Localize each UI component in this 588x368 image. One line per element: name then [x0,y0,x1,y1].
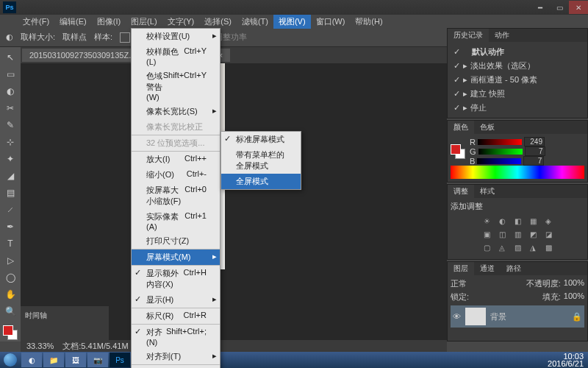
adj-icon[interactable]: ◬ [495,241,509,253]
adj-icon[interactable]: ▣ [480,228,493,240]
spectrum[interactable] [451,166,584,179]
menu-item[interactable]: 放大(I)Ctrl++ [132,151,220,167]
adj-icon[interactable]: ◫ [495,228,509,240]
start-button[interactable] [0,352,21,368]
tab-styles[interactable]: 样式 [474,185,501,198]
menu-9[interactable]: 帮助(H) [350,15,387,29]
tool[interactable]: ⟋ [2,202,18,217]
color-swatch[interactable] [3,325,18,340]
adj-icon[interactable]: ◐ [495,215,509,227]
adj-icon[interactable]: ◩ [526,228,539,240]
tab-paths[interactable]: 路径 [501,262,527,275]
tab-color[interactable]: 颜色 [448,121,474,134]
opacity-val[interactable]: 100% [564,278,584,289]
taskbar-ps[interactable]: Ps [110,353,130,367]
layer-name[interactable]: 背景 [490,311,506,322]
tab-channels[interactable]: 通道 [474,262,501,275]
adj-icon[interactable]: ◮ [526,241,539,253]
adj-icon[interactable]: ◪ [542,228,555,240]
system-tray[interactable]: 10:03 2016/6/21 [543,353,588,367]
b-input[interactable] [523,156,544,166]
menu-item[interactable]: 校样颜色(L)Ctrl+Y [132,44,220,68]
adj-icon[interactable]: ◧ [511,215,524,227]
tool[interactable]: ◯ [2,270,18,285]
b-slider[interactable] [477,158,521,164]
adj-icon[interactable]: ☀ [480,215,493,227]
menu-item[interactable]: 标尺(R)Ctrl+R [132,308,220,324]
menu-item[interactable]: 全屏模式 [221,174,301,189]
menu-item[interactable]: 按屏幕大小缩放(F)Ctrl+0 [132,183,220,209]
fill-val[interactable]: 100% [564,291,584,302]
adj-icon[interactable]: ▥ [511,228,524,240]
tool[interactable]: ▭ [2,67,18,82]
menu-4[interactable]: 文字(Y) [162,15,200,29]
g-input[interactable] [525,146,545,156]
taskbar-icon[interactable]: 🖼 [65,353,86,367]
tool[interactable]: ⊹ [2,135,18,149]
menu-item[interactable]: ✓显示(H)▸ [132,292,220,308]
history-item[interactable]: ✓▸画框通道 - 50 像素 [451,73,584,87]
menu-3[interactable]: 图层(L) [126,15,162,29]
menu-item[interactable]: 校样设置(U)▸ [132,29,220,44]
opt-val[interactable]: 取样点 [62,32,87,43]
tab-adjust[interactable]: 调整 [448,185,474,198]
history-item[interactable]: ✓▸停止 [451,101,584,115]
menu-item[interactable]: 像素长宽比(S)▸ [132,104,220,119]
adj-icon[interactable]: ▦ [526,215,539,227]
tool[interactable]: ▷ [2,253,18,268]
blend-mode[interactable]: 正常 [451,278,467,289]
menu-5[interactable]: 选择(S) [199,15,237,29]
menu-2[interactable]: 图像(I) [92,15,126,29]
zoom-value[interactable]: 33.33% [26,342,54,350]
tool[interactable]: ↖ [2,50,18,65]
tool[interactable]: ◐ [2,84,18,99]
menu-item[interactable]: 打印尺寸(Z) [132,233,220,249]
menu-8[interactable]: 窗口(W) [311,15,351,29]
tool[interactable]: ✋ [2,287,18,302]
history-item[interactable]: ✓▸淡出效果（选区） [451,59,584,73]
tool[interactable]: ✒ [2,219,18,234]
menu-item[interactable]: ✓标准屏幕模式 [221,132,301,147]
adj-icon[interactable]: ◈ [542,215,555,227]
history-item[interactable]: ✓默认动作 [451,45,584,59]
tool[interactable]: ▤ [2,185,18,200]
taskbar-icon[interactable]: 📁 [43,353,64,367]
tab-history[interactable]: 历史记录 [448,29,489,42]
tool[interactable]: 🔍 [2,304,18,319]
menu-1[interactable]: 编辑(E) [54,15,92,29]
menu-7[interactable]: 视图(V) [273,15,311,29]
sample-swatch[interactable] [120,32,130,43]
g-slider[interactable] [478,149,523,155]
menu-item[interactable]: 实际像素(A)Ctrl+1 [132,209,220,233]
taskbar-icon[interactable]: 📷 [87,353,108,367]
min-button[interactable]: ━ [531,1,550,14]
menu-item[interactable]: ✓对齐(N)Shift+Ctrl+; [132,324,220,349]
tool[interactable]: ◢ [2,169,18,183]
adj-icon[interactable]: ▩ [542,241,555,253]
menu-6[interactable]: 滤镜(T) [237,15,273,29]
taskbar-icon[interactable]: ◐ [21,353,42,367]
menu-item[interactable]: 缩小(O)Ctrl+- [132,167,220,183]
adj-icon[interactable]: ▢ [480,241,493,253]
layer-thumb[interactable] [465,308,486,325]
r-input[interactable] [524,137,545,146]
tool[interactable]: ✂ [2,101,18,116]
tool[interactable]: ✦ [2,152,18,166]
menu-item[interactable]: 色域警告(W)Shift+Ctrl+Y [132,68,220,104]
menu-item[interactable]: 对齐到(T)▸ [132,349,220,364]
tab-actions[interactable]: 动作 [489,29,515,42]
menu-item[interactable]: 屏幕模式(M)▸ [132,249,220,265]
close-button[interactable]: ✕ [569,1,588,14]
tool[interactable]: ✎ [2,118,18,132]
layer-row[interactable]: 👁 背景 🔒 [451,305,584,328]
adj-icon[interactable]: ▨ [511,241,524,253]
menu-item[interactable]: 锁定参考线(G)Alt+Ctrl+; [132,364,220,368]
eye-icon[interactable]: 👁 [453,312,461,321]
tab-layers[interactable]: 图层 [448,262,474,275]
restore-button[interactable]: ▭ [550,1,569,14]
menu-item[interactable]: ✓显示额外内容(X)Ctrl+H [132,265,220,292]
tool[interactable]: T [2,236,18,251]
r-slider[interactable] [478,139,522,145]
tab-swatches[interactable]: 色板 [474,121,501,134]
history-item[interactable]: ✓▸建立 快照 [451,87,584,101]
